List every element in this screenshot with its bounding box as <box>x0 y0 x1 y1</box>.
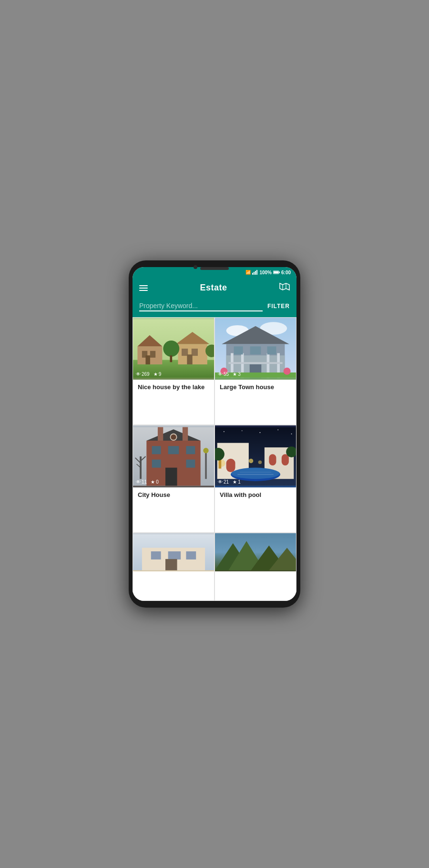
property-card-3[interactable]: 👁 11 ★ 0 City House <box>133 425 214 533</box>
svg-rect-72 <box>269 454 276 465</box>
star-icon-4: ★ <box>233 479 237 485</box>
svg-rect-53 <box>186 460 195 468</box>
svg-rect-5 <box>274 271 278 273</box>
time-text: 6:00 <box>281 270 291 275</box>
menu-line <box>139 285 148 286</box>
svg-point-41 <box>284 368 291 375</box>
svg-rect-19 <box>192 349 198 356</box>
svg-point-78 <box>249 459 253 463</box>
property-stats-4: 👁 21 ★ 1 <box>218 479 241 485</box>
property-stats-2: 👁 55 ★ 3 <box>218 372 241 377</box>
stars-stat-4: ★ 1 <box>233 479 241 485</box>
svg-rect-51 <box>186 446 195 454</box>
svg-point-21 <box>163 341 179 357</box>
property-card-1[interactable]: 👁 269 ★ 9 Nice house by the lake <box>133 317 214 425</box>
property-name-4: Villa with pool <box>215 487 296 503</box>
property-image-5 <box>133 533 214 571</box>
property-image-6 <box>215 533 296 571</box>
map-icon[interactable] <box>279 282 290 293</box>
property-stats-3: 👁 11 ★ 0 <box>136 479 159 485</box>
views-stat-2: 👁 55 <box>218 372 229 377</box>
svg-rect-84 <box>151 551 161 559</box>
property-card-4[interactable]: 👁 21 ★ 1 Villa with pool <box>214 425 296 533</box>
views-count-3: 11 <box>142 479 147 485</box>
stars-stat-1: ★ 9 <box>153 372 162 377</box>
views-count-4: 21 <box>224 479 229 485</box>
property-card-6[interactable] <box>214 533 296 601</box>
eye-icon-3: 👁 <box>136 479 141 485</box>
svg-rect-86 <box>186 551 196 559</box>
search-input[interactable] <box>139 301 263 310</box>
svg-point-48 <box>171 434 176 440</box>
svg-rect-1 <box>254 272 255 275</box>
property-name-1: Nice house by the lake <box>133 380 214 395</box>
views-count-1: 269 <box>142 372 150 377</box>
menu-line <box>139 288 148 289</box>
property-image-1: 👁 269 ★ 9 <box>133 318 214 380</box>
search-input-wrap <box>139 301 263 311</box>
svg-rect-36 <box>250 346 261 354</box>
svg-point-66 <box>291 434 292 434</box>
svg-rect-14 <box>150 351 155 358</box>
app-bar: Estate <box>133 278 296 298</box>
svg-rect-45 <box>158 427 163 441</box>
svg-rect-87 <box>165 559 177 570</box>
hamburger-menu-button[interactable] <box>139 285 148 291</box>
views-stat-4: 👁 21 <box>218 479 229 485</box>
svg-rect-15 <box>145 355 150 364</box>
stars-count-3: 0 <box>156 479 159 485</box>
svg-rect-3 <box>256 270 257 275</box>
menu-line <box>139 290 148 291</box>
views-stat-3: 👁 11 <box>136 479 147 485</box>
property-grid: 👁 269 ★ 9 Nice house by the lake <box>133 317 296 601</box>
svg-rect-6 <box>279 272 280 273</box>
svg-rect-46 <box>183 427 188 441</box>
property-image-3: 👁 11 ★ 0 <box>133 425 214 487</box>
battery-text: 100% <box>259 270 272 275</box>
svg-rect-85 <box>168 551 181 559</box>
svg-rect-73 <box>282 454 289 465</box>
svg-rect-20 <box>187 354 192 364</box>
stars-count-4: 1 <box>238 479 241 485</box>
svg-rect-37 <box>267 346 276 354</box>
phone-screen: 📶 100% 6:00 <box>133 267 296 601</box>
views-stat-1: 👁 269 <box>136 372 150 377</box>
svg-rect-34 <box>228 362 282 364</box>
svg-rect-52 <box>152 460 161 468</box>
stars-count-2: 3 <box>238 372 241 377</box>
eye-icon-2: 👁 <box>218 372 223 377</box>
search-bar: FILTER <box>133 298 296 317</box>
filter-button[interactable]: FILTER <box>267 303 290 310</box>
svg-rect-2 <box>255 271 256 275</box>
views-count-2: 55 <box>224 372 229 377</box>
svg-rect-70 <box>219 460 222 469</box>
svg-rect-0 <box>252 273 253 275</box>
eye-icon-4: 👁 <box>218 479 223 485</box>
svg-rect-68 <box>226 459 235 472</box>
svg-rect-55 <box>205 452 207 479</box>
svg-point-65 <box>277 429 278 430</box>
star-icon-1: ★ <box>153 372 158 377</box>
svg-rect-50 <box>168 446 179 454</box>
property-card-5[interactable] <box>133 533 214 601</box>
property-image-2: 👁 55 ★ 3 <box>215 318 296 380</box>
star-icon-3: ★ <box>151 479 155 485</box>
svg-rect-54 <box>165 468 177 486</box>
property-name-2: Large Town house <box>215 380 296 395</box>
property-card-2[interactable]: 👁 55 ★ 3 Large Town house <box>214 317 296 425</box>
eye-icon-1: 👁 <box>136 372 141 377</box>
svg-point-63 <box>242 430 243 431</box>
svg-point-75 <box>232 468 279 479</box>
svg-rect-18 <box>182 349 188 356</box>
property-name-3: City House <box>133 487 214 503</box>
svg-point-79 <box>258 460 262 464</box>
svg-rect-49 <box>152 446 161 454</box>
svg-point-64 <box>260 432 261 433</box>
svg-rect-22 <box>170 355 172 362</box>
property-stats-1: 👁 269 ★ 9 <box>136 372 161 377</box>
phone-shell: 📶 100% 6:00 <box>129 260 300 608</box>
svg-point-62 <box>224 431 225 432</box>
svg-rect-35 <box>234 346 243 354</box>
app-title: Estate <box>200 283 227 293</box>
battery-icon <box>273 270 280 274</box>
